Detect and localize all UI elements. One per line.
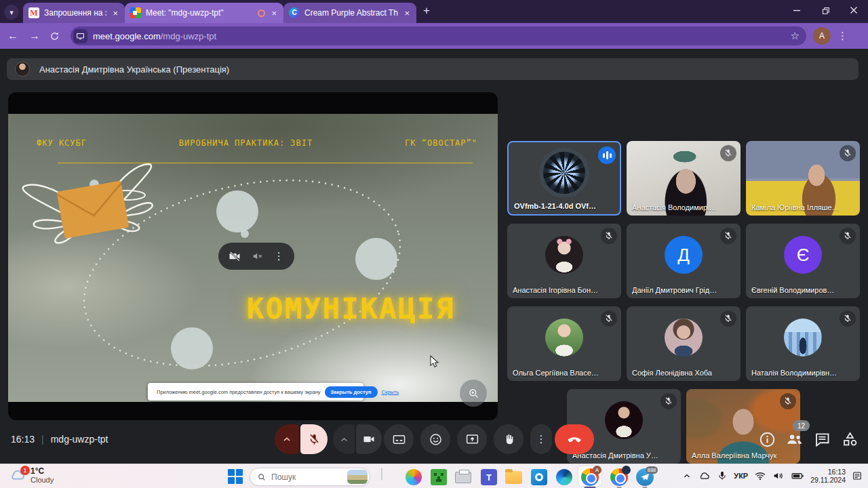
tray-clock[interactable]: 16:13 29.11.2024 <box>810 468 846 484</box>
participant-name: Каміла Юріївна Ілляше… <box>751 203 840 211</box>
start-button[interactable] <box>228 469 243 484</box>
avatar <box>545 319 583 357</box>
tab-close-icon[interactable]: × <box>403 9 411 18</box>
participant-tile[interactable]: Є Євгеній Володимиров… <box>746 224 860 298</box>
back-icon[interactable]: ← <box>5 30 20 42</box>
present-screen-button[interactable] <box>457 424 487 454</box>
system-tray: УКР 16:13 29.11.2024 <box>682 464 863 488</box>
url-bar[interactable]: meet.google.com/mdg-uwzp-tpt ☆ <box>71 26 806 45</box>
search-input[interactable] <box>271 472 342 482</box>
meet-page: Анастасія Дмитрівна Українська (Презента… <box>0 49 868 464</box>
taskbar-search[interactable] <box>250 468 370 486</box>
bw-app-icon[interactable] <box>380 468 397 486</box>
winged-envelope-illustration <box>22 163 162 249</box>
speaker-off-icon[interactable] <box>252 250 264 262</box>
hide-share-bar-link[interactable]: Скрыть <box>382 389 399 395</box>
window-close-button[interactable] <box>840 0 868 20</box>
stop-sharing-button[interactable]: Закрыть доступ <box>325 386 378 398</box>
screen-share-indicator-icon[interactable] <box>73 29 87 43</box>
participant-tile[interactable]: Каміла Юріївна Ілляше… <box>746 141 860 216</box>
mic-toggle-button[interactable] <box>300 424 328 454</box>
url-path: /mdg-uwzp-tpt <box>161 31 216 41</box>
copilot-icon[interactable] <box>405 468 422 486</box>
bookmark-star-icon[interactable]: ☆ <box>791 30 800 42</box>
more-options-icon[interactable]: ⋮ <box>274 250 284 262</box>
chrome-secondary-icon[interactable] <box>610 468 628 486</box>
tab-meet-active[interactable]: Meet: "mdg-uwzp-tpt" × <box>125 3 283 23</box>
tray-date: 29.11.2024 <box>810 476 846 484</box>
tab-search-button[interactable]: ▾ <box>4 5 19 20</box>
more-options-button[interactable]: ⋮ <box>530 424 552 454</box>
outlook-icon[interactable] <box>530 468 548 486</box>
zoom-button[interactable] <box>460 380 487 407</box>
end-call-button[interactable] <box>555 424 594 454</box>
forward-icon[interactable]: → <box>27 30 42 42</box>
chrome-active-icon[interactable]: A <box>581 468 599 486</box>
window-minimize-button[interactable] <box>783 0 811 20</box>
camera-toggle-button[interactable] <box>356 424 382 454</box>
participant-tile[interactable]: Д Даніїл Дмитрович Грід… <box>627 224 741 298</box>
camera-options-chevron[interactable] <box>333 424 355 454</box>
new-tab-button[interactable]: + <box>423 4 430 18</box>
weather-condition: Cloudy <box>31 476 54 485</box>
screen: ▾ M Запрошення на зустріч: Алла × Meet: … <box>0 0 868 488</box>
presentation-stage[interactable]: ФКУ КСУБГ ВИРОБНИЧА ПРАКТИКА: ЗВІТ ГК “О… <box>8 92 498 420</box>
tab-close-icon[interactable]: × <box>111 9 119 18</box>
battery-icon[interactable] <box>791 469 804 483</box>
weather-widget[interactable]: 1 1°C Cloudy <box>8 466 54 485</box>
tray-expand-chevron-icon[interactable] <box>682 471 692 481</box>
meeting-details-button[interactable] <box>758 430 776 449</box>
presenter-banner: Анастасія Дмитрівна Українська (Презента… <box>7 58 859 80</box>
captions-button[interactable] <box>384 424 414 454</box>
meeting-code: mdg-uwzp-tpt <box>51 434 108 445</box>
browser-profile-avatar[interactable]: A <box>813 27 831 45</box>
notification-center-icon[interactable] <box>852 470 863 481</box>
participant-tile[interactable]: Анастасія Ігорівна Бон… <box>507 224 621 298</box>
participant-tile[interactable]: Анастасія Володимирі… <box>627 141 741 216</box>
volume-icon[interactable] <box>772 470 785 482</box>
mic-off-icon <box>720 145 736 161</box>
avatar <box>545 236 583 274</box>
teams-icon[interactable]: T <box>480 468 498 486</box>
raise-hand-button[interactable] <box>494 424 524 454</box>
search-icon <box>257 472 267 482</box>
presentation-slide: ФКУ КСУБГ ВИРОБНИЧА ПРАКТИКА: ЗВІТ ГК “О… <box>8 114 498 402</box>
search-daily-image[interactable] <box>347 470 368 484</box>
tab-close-icon[interactable]: × <box>270 9 278 18</box>
edge-icon[interactable] <box>555 468 573 486</box>
weather-alert-badge: 1 <box>20 466 30 475</box>
camera-off-icon[interactable] <box>229 250 241 262</box>
wifi-icon[interactable] <box>754 470 766 482</box>
mic-off-icon <box>720 310 736 327</box>
printer-icon[interactable] <box>455 468 473 486</box>
tab-gmail[interactable]: M Запрошення на зустріч: Алла × <box>23 3 125 23</box>
participant-name: Анастасія Ігорівна Бон… <box>513 286 598 294</box>
reactions-button[interactable] <box>420 424 450 454</box>
tray-mic-icon[interactable] <box>717 470 728 481</box>
file-explorer-icon[interactable] <box>505 468 523 486</box>
chat-button[interactable] <box>813 430 831 449</box>
browser-menu-icon[interactable]: ⋮ <box>837 30 848 42</box>
participant-tile[interactable]: Алла Валеріївна Марчук <box>686 389 800 464</box>
tab-canva[interactable]: C Cream Purple Abstract Thesis D × <box>283 3 416 23</box>
participant-tile[interactable]: Софія Леонідівна Хоба <box>627 306 741 381</box>
reload-icon[interactable] <box>49 30 64 42</box>
activities-button[interactable] <box>841 430 859 449</box>
mic-off-icon <box>840 228 856 244</box>
chrome-profile-badge: A <box>593 466 601 474</box>
minecraft-icon[interactable] <box>430 468 448 486</box>
language-indicator[interactable]: УКР <box>734 472 748 480</box>
mic-control-group <box>275 424 328 454</box>
url-host: meet.google.com <box>93 31 161 41</box>
people-button[interactable] <box>785 430 804 449</box>
mic-options-chevron[interactable] <box>275 424 299 454</box>
participant-tile[interactable]: Наталія Володимирівн… <box>746 306 860 381</box>
window-restore-button[interactable] <box>811 0 840 20</box>
telegram-icon[interactable]: 888 <box>636 468 654 486</box>
participant-tile[interactable]: Ольга Сергіївна Власе… <box>507 306 621 381</box>
participant-name: Даніїл Дмитрович Грід… <box>632 286 717 294</box>
canva-icon: C <box>289 7 300 18</box>
onedrive-icon[interactable] <box>698 470 711 483</box>
participant-tile[interactable]: OVfmb-1-21-4.0d OVf… <box>507 141 621 216</box>
participant-name: OVfmb-1-21-4.0d OVf… <box>514 202 596 210</box>
